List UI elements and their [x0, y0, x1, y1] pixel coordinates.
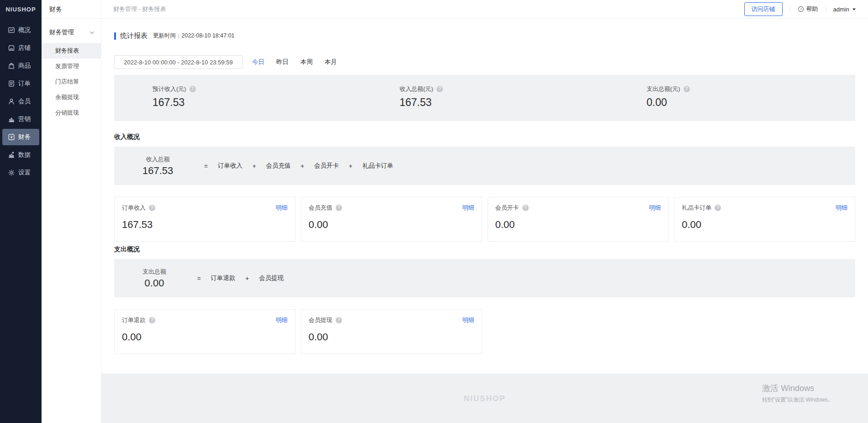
overview-icon [8, 26, 15, 34]
sidebar-item-orders[interactable]: 订单 [2, 75, 39, 92]
detail-link[interactable]: 明细 [649, 204, 661, 212]
detail-link[interactable]: 明细 [836, 204, 847, 212]
sidebar-item-finance[interactable]: ¥财务 [2, 129, 39, 145]
activate-title: 激活 Windows [762, 383, 833, 394]
help-label: 帮助 [806, 5, 818, 13]
help-tip-icon[interactable]: ? [437, 86, 443, 92]
stat-card: 订单收入?明细167.53 [114, 197, 295, 242]
stat-card-header: 订单收入?明细 [122, 204, 288, 212]
submenu-item-2[interactable]: 门店结算 [42, 74, 101, 90]
sidebar-item-data[interactable]: 数据 [2, 147, 39, 163]
summary-stat-label-text: 收入总额(元) [400, 85, 433, 93]
detail-link[interactable]: 明细 [463, 204, 474, 212]
submenu-items: 财务报表发票管理门店结算余额提现分销提现 [42, 43, 101, 121]
equals-sign: = [197, 275, 201, 282]
summary-stat-label: 收入总额(元)? [400, 85, 608, 93]
stat-card-label-text: 礼品卡订单 [682, 204, 711, 212]
formula-component: 订单收入 [218, 162, 242, 170]
shop-icon [8, 44, 15, 52]
sidebar-item-shop[interactable]: 店铺 [2, 40, 39, 56]
stat-card-label-text: 会员充值 [309, 204, 332, 212]
stat-card-value: 0.00 [122, 331, 288, 343]
help-tip-icon[interactable]: ? [336, 317, 342, 323]
section-0: 收入概况收入总额167.53=订单收入+会员充值+会员开卡+礼品卡订单订单收入?… [114, 133, 855, 242]
section-1: 支出概况支出总额0.00=订单退款+会员提现订单退款?明细0.00会员提现?明细… [114, 245, 855, 354]
help-menu[interactable]: ? 帮助 [798, 5, 818, 13]
summary-stat-0: 预计收入(元)?167.53 [114, 75, 361, 121]
module-title: 财务 [42, 0, 101, 19]
sidebar-item-label: 数据 [18, 151, 31, 159]
help-tip-icon[interactable]: ? [149, 205, 155, 211]
updated-time: 更新时间：2022-08-10 18:47:01 [153, 32, 235, 40]
app-window: NIUSHOP 概况店铺商品订单会员营销¥财务数据设置 财务 财务管理 财务报表… [0, 0, 868, 423]
quick-filter-2[interactable]: 本周 [300, 58, 313, 66]
stat-card-value: 0.00 [309, 331, 474, 343]
summary-stat-1: 收入总额(元)?167.53 [361, 75, 608, 121]
date-range-input[interactable] [114, 55, 242, 69]
sidebar-item-label: 概况 [18, 26, 31, 34]
detail-link[interactable]: 明细 [276, 204, 288, 212]
quick-filter-3[interactable]: 本月 [325, 58, 337, 66]
plus-sign: + [253, 163, 256, 169]
formula-panel: 收入总额167.53=订单收入+会员充值+会员开卡+礼品卡订单 [114, 147, 855, 185]
settings-icon [8, 169, 15, 176]
primary-nav: 概况店铺商品订单会员营销¥财务数据设置 [0, 19, 42, 182]
summary-stat-2: 支出总额(元)?0.00 [608, 75, 855, 121]
plus-sign: + [246, 275, 249, 282]
title-accent-bar [114, 32, 116, 40]
summary-stat-label-text: 预计收入(元) [153, 85, 186, 93]
help-tip-icon[interactable]: ? [189, 86, 196, 92]
submenu-item-1[interactable]: 发票管理 [42, 58, 101, 74]
activate-subtitle: 转到“设置”以激活 Windows。 [762, 396, 833, 404]
quick-filter-1[interactable]: 昨日 [276, 58, 289, 66]
sidebar-item-goods[interactable]: 商品 [2, 58, 39, 74]
sidebar-item-label: 商品 [18, 62, 31, 70]
stat-card-label-text: 会员提现 [309, 316, 332, 324]
orders-icon [8, 80, 15, 87]
help-tip-icon[interactable]: ? [149, 317, 155, 323]
submenu-group-finance-management[interactable]: 财务管理 [42, 19, 101, 43]
stat-card: 会员提现?明细0.00 [301, 309, 482, 354]
help-tip-icon[interactable]: ? [715, 205, 721, 211]
help-tip-icon[interactable]: ? [522, 205, 529, 211]
help-tip-icon[interactable]: ? [684, 86, 690, 92]
formula-component: 会员充值 [266, 162, 290, 170]
formula-component: 礼品卡订单 [363, 162, 394, 170]
sidebar-item-label: 会员 [18, 97, 31, 106]
stat-card-label-text: 会员开卡 [495, 204, 519, 212]
finance-icon: ¥ [8, 133, 15, 141]
plus-sign: + [300, 163, 304, 169]
section-heading: 支出概况 [114, 245, 855, 254]
user-menu[interactable]: admin [833, 6, 856, 13]
report-content: 统计报表 更新时间：2022-08-10 18:47:01 今日昨日本周本月 预… [101, 19, 868, 374]
help-tip-icon[interactable]: ? [336, 205, 342, 211]
page-footer: NIUSHOP 激活 Windows 转到“设置”以激活 Windows。 [101, 374, 868, 423]
sidebar-item-overview[interactable]: 概况 [2, 22, 39, 38]
submenu-group-label: 财务管理 [49, 28, 74, 37]
detail-link[interactable]: 明细 [276, 316, 288, 324]
app-logo: NIUSHOP [0, 0, 42, 19]
sidebar-item-label: 订单 [18, 79, 31, 88]
stat-card-value: 167.53 [122, 219, 288, 231]
cards-row: 订单退款?明细0.00会员提现?明细0.00 [114, 309, 855, 354]
stat-card-label: 会员提现? [309, 316, 342, 324]
submenu-item-3[interactable]: 余额提现 [42, 90, 101, 105]
formula-total: 收入总额167.53 [142, 155, 173, 177]
submenu-item-4[interactable]: 分销提现 [42, 105, 101, 121]
quick-filter-0[interactable]: 今日 [252, 58, 264, 66]
sidebar-item-settings[interactable]: 设置 [2, 164, 39, 181]
visit-shop-button[interactable]: 访问店铺 [744, 2, 783, 16]
submenu-item-0[interactable]: 财务报表 [42, 43, 101, 58]
stat-card-label-text: 订单收入 [122, 204, 146, 212]
svg-text:¥: ¥ [10, 135, 13, 139]
caret-down-icon [852, 7, 856, 11]
sidebar-item-members[interactable]: 会员 [2, 93, 39, 110]
summary-stat-label-text: 支出总额(元) [647, 85, 680, 93]
formula-component: 会员提现 [259, 274, 284, 282]
summary-panel: 预计收入(元)?167.53收入总额(元)?167.53支出总额(元)?0.00 [114, 75, 855, 121]
detail-link[interactable]: 明细 [463, 316, 474, 324]
sidebar-item-marketing[interactable]: 营销 [2, 111, 39, 127]
sidebar-item-label: 设置 [18, 169, 31, 177]
topbar-divider [790, 6, 790, 12]
formula-component: 订单退款 [211, 274, 236, 282]
